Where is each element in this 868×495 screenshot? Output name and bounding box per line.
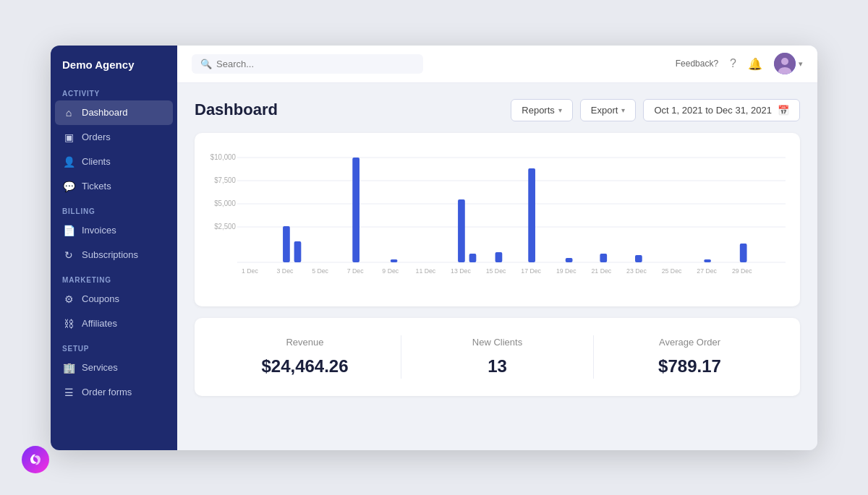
sidebar-label-subscriptions: Subscriptions bbox=[82, 249, 138, 260]
svg-text:19 Dec: 19 Dec bbox=[556, 267, 576, 274]
avatar-chevron-icon: ▾ bbox=[799, 59, 803, 69]
svg-rect-25 bbox=[635, 255, 642, 262]
chart-area: $10,000 $7,500 $5,000 $2,500 bbox=[209, 150, 786, 295]
svg-rect-16 bbox=[352, 158, 359, 262]
subscriptions-icon: ↻ bbox=[62, 249, 75, 261]
svg-text:$7,500: $7,500 bbox=[214, 176, 236, 184]
coupons-icon: ⚙ bbox=[62, 293, 75, 305]
sidebar-label-tickets: Tickets bbox=[82, 181, 111, 191]
export-chevron-icon: ▾ bbox=[621, 106, 625, 114]
reports-button[interactable]: Reports ▾ bbox=[511, 99, 573, 121]
sidebar-item-tickets[interactable]: 💬 Tickets bbox=[51, 174, 177, 199]
svg-text:9 Dec: 9 Dec bbox=[382, 267, 399, 274]
sidebar-item-subscriptions[interactable]: ↻ Subscriptions bbox=[51, 243, 177, 267]
svg-point-1 bbox=[781, 58, 788, 65]
section-label-setup: SETUP bbox=[51, 336, 177, 356]
chart-card: $10,000 $7,500 $5,000 $2,500 bbox=[195, 133, 800, 306]
dashboard-header: Dashboard Reports ▾ Export ▾ Oct 1, 2021… bbox=[195, 99, 800, 121]
sidebar-label-coupons: Coupons bbox=[82, 293, 119, 304]
calendar-icon: 📅 bbox=[778, 105, 789, 116]
section-label-activity: ACTIVITY bbox=[51, 81, 177, 100]
avg-order-label: Average Order bbox=[594, 337, 786, 348]
content-inner: Dashboard Reports ▾ Export ▾ Oct 1, 2021… bbox=[177, 83, 817, 450]
stat-revenue: Revenue $24,464.26 bbox=[209, 337, 401, 376]
sidebar-label-order-forms: Order forms bbox=[82, 387, 132, 397]
invoices-icon: 📄 bbox=[62, 225, 75, 236]
home-icon: ⌂ bbox=[62, 107, 75, 119]
svg-text:11 Dec: 11 Dec bbox=[416, 267, 436, 274]
avatar-container[interactable]: ▾ bbox=[774, 53, 803, 74]
sidebar-label-affiliates: Affiliates bbox=[82, 318, 117, 329]
app-logo bbox=[22, 446, 49, 473]
sidebar-label-dashboard: Dashboard bbox=[82, 107, 128, 118]
svg-text:25 Dec: 25 Dec bbox=[662, 267, 682, 274]
search-icon: 🔍 bbox=[200, 59, 212, 69]
section-label-marketing: MARKETING bbox=[51, 267, 177, 287]
svg-rect-23 bbox=[566, 258, 573, 262]
date-range-button[interactable]: Oct 1, 2021 to Dec 31, 2021 📅 bbox=[643, 99, 800, 121]
svg-text:21 Dec: 21 Dec bbox=[592, 267, 612, 274]
sidebar-item-order-forms[interactable]: ☰ Order forms bbox=[51, 380, 177, 405]
bell-icon[interactable]: 🔔 bbox=[748, 57, 762, 71]
stats-card: Revenue $24,464.26 New Clients 13 Averag… bbox=[195, 318, 800, 396]
bar-chart: $10,000 $7,500 $5,000 $2,500 bbox=[209, 150, 786, 295]
avatar bbox=[774, 53, 796, 74]
svg-rect-20 bbox=[469, 254, 477, 262]
svg-rect-13 bbox=[283, 226, 290, 262]
svg-text:3 Dec: 3 Dec bbox=[277, 267, 294, 274]
svg-rect-17 bbox=[391, 259, 398, 262]
avg-order-value: $789.17 bbox=[594, 356, 786, 376]
svg-text:23 Dec: 23 Dec bbox=[626, 267, 647, 274]
search-input[interactable] bbox=[216, 59, 414, 69]
sidebar-label-services: Services bbox=[82, 362, 118, 373]
svg-rect-22 bbox=[528, 168, 535, 262]
main-content: 🔍 Feedback? ? 🔔 bbox=[177, 46, 817, 450]
svg-rect-24 bbox=[600, 254, 607, 262]
clients-icon: 👤 bbox=[62, 156, 75, 168]
topbar: 🔍 Feedback? ? 🔔 bbox=[177, 46, 817, 83]
revenue-value: $24,464.26 bbox=[209, 356, 401, 376]
svg-rect-27 bbox=[704, 259, 711, 262]
section-label-billing: BILLING bbox=[51, 199, 177, 218]
svg-rect-21 bbox=[495, 252, 503, 262]
sidebar-item-orders[interactable]: ▣ Orders bbox=[51, 125, 177, 150]
sidebar-item-services[interactable]: 🏢 Services bbox=[51, 356, 177, 380]
orders-icon: ▣ bbox=[62, 132, 75, 143]
sidebar-item-coupons[interactable]: ⚙ Coupons bbox=[51, 287, 177, 311]
svg-text:$10,000: $10,000 bbox=[210, 152, 237, 160]
sidebar-item-clients[interactable]: 👤 Clients bbox=[51, 150, 177, 174]
export-label: Export bbox=[591, 105, 618, 116]
svg-text:$2,500: $2,500 bbox=[214, 222, 236, 230]
svg-text:7 Dec: 7 Dec bbox=[347, 267, 364, 274]
affiliates-icon: ⛓ bbox=[62, 318, 75, 330]
date-range-text: Oct 1, 2021 to Dec 31, 2021 bbox=[654, 105, 772, 116]
svg-rect-28 bbox=[740, 244, 747, 262]
search-box[interactable]: 🔍 bbox=[192, 54, 423, 74]
sidebar-item-affiliates[interactable]: ⛓ Affiliates bbox=[51, 311, 177, 336]
svg-text:5 Dec: 5 Dec bbox=[312, 267, 328, 274]
new-clients-value: 13 bbox=[401, 356, 593, 376]
reports-label: Reports bbox=[522, 105, 555, 116]
reports-chevron-icon: ▾ bbox=[558, 106, 562, 114]
export-button[interactable]: Export ▾ bbox=[580, 99, 637, 121]
brand-name: Demo Agency bbox=[51, 46, 177, 81]
order-forms-icon: ☰ bbox=[62, 387, 75, 398]
header-controls: Reports ▾ Export ▾ Oct 1, 2021 to Dec 31… bbox=[511, 99, 800, 121]
sidebar-label-clients: Clients bbox=[82, 156, 111, 167]
svg-rect-14 bbox=[294, 241, 302, 262]
sidebar-label-invoices: Invoices bbox=[82, 225, 116, 236]
svg-text:17 Dec: 17 Dec bbox=[521, 267, 541, 274]
help-icon[interactable]: ? bbox=[730, 57, 736, 70]
svg-text:27 Dec: 27 Dec bbox=[697, 267, 717, 274]
sidebar-item-dashboard[interactable]: ⌂ Dashboard bbox=[55, 100, 173, 125]
svg-rect-19 bbox=[458, 199, 465, 262]
svg-text:$5,000: $5,000 bbox=[214, 199, 236, 207]
new-clients-label: New Clients bbox=[401, 337, 593, 348]
svg-text:15 Dec: 15 Dec bbox=[486, 267, 506, 274]
revenue-label: Revenue bbox=[209, 337, 401, 348]
services-icon: 🏢 bbox=[62, 362, 75, 374]
svg-text:13 Dec: 13 Dec bbox=[451, 267, 471, 274]
sidebar: Demo Agency ACTIVITY ⌂ Dashboard ▣ Order… bbox=[51, 46, 177, 450]
sidebar-item-invoices[interactable]: 📄 Invoices bbox=[51, 218, 177, 243]
feedback-button[interactable]: Feedback? bbox=[676, 59, 718, 69]
